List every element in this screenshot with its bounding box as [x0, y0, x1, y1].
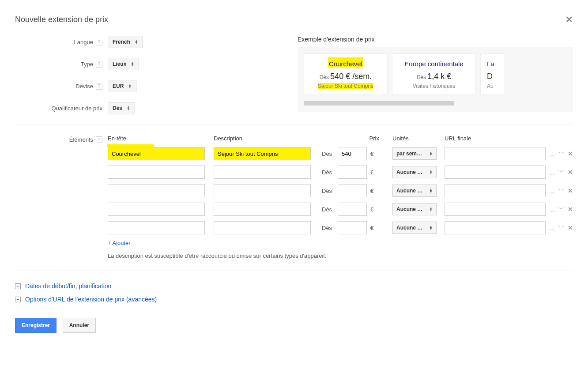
qualificateur-dropdown[interactable]: Dès: [108, 102, 135, 114]
updown-icon: [135, 40, 138, 44]
element-row: Dès€Aucune …: [15, 203, 573, 216]
description-input[interactable]: [214, 147, 311, 160]
updown-icon: [429, 226, 433, 230]
units-dropdown[interactable]: Aucune …: [392, 203, 437, 215]
type-dropdown[interactable]: Lieux: [108, 58, 139, 70]
help-icon[interactable]: ?: [96, 136, 102, 143]
price-qualifier: Dès: [322, 206, 334, 213]
updown-icon: [128, 84, 132, 88]
langue-value: French: [113, 39, 130, 45]
url-input[interactable]: [445, 203, 546, 216]
price-input[interactable]: [338, 184, 367, 197]
updown-icon: [127, 106, 130, 110]
units-value: par sem…: [396, 151, 422, 157]
units-dropdown[interactable]: Aucune …: [392, 184, 437, 197]
element-row: Dès€Aucune …: [15, 184, 573, 197]
delete-row-icon[interactable]: [568, 206, 573, 213]
element-row: Dès€Aucune …: [15, 166, 573, 179]
units-dropdown[interactable]: Aucune …: [392, 166, 437, 178]
units-value: Aucune …: [396, 169, 422, 175]
qualificateur-value: Dès: [113, 105, 122, 111]
currency-symbol: €: [370, 188, 373, 194]
move-down-icon[interactable]: [559, 206, 564, 213]
expander-dates[interactable]: Dates de début/fin, planification: [25, 282, 111, 290]
preview-card-header: Courchevel: [310, 60, 381, 68]
move-down-icon[interactable]: [559, 224, 564, 232]
price-input[interactable]: [338, 166, 367, 179]
move-down-icon[interactable]: [559, 187, 564, 195]
langue-dropdown[interactable]: French: [108, 36, 143, 48]
preview-card-price: Dès 540 € /sem.: [310, 72, 381, 81]
currency-symbol: €: [370, 225, 373, 231]
preview-scrollbar[interactable]: [304, 101, 454, 105]
delete-row-icon[interactable]: [568, 224, 573, 231]
updown-icon: [429, 188, 433, 193]
elements-hint: La description est susceptible d'être ra…: [108, 252, 573, 259]
help-icon[interactable]: ?: [96, 39, 102, 45]
save-button[interactable]: Enregistrer: [15, 318, 57, 333]
help-icon[interactable]: ?: [96, 61, 102, 68]
price-input[interactable]: [338, 221, 367, 234]
type-label: Type: [81, 61, 93, 68]
move-down-icon[interactable]: [559, 150, 564, 158]
header-input[interactable]: [108, 147, 205, 160]
units-value: Aucune …: [396, 188, 422, 194]
preview-card-price: D: [487, 72, 498, 81]
preview-card: LaDAu: [480, 53, 504, 95]
devise-dropdown[interactable]: EUR: [108, 80, 136, 92]
url-input[interactable]: [445, 166, 546, 179]
move-down-icon[interactable]: [559, 169, 564, 176]
move-up-icon[interactable]: [550, 169, 555, 176]
col-header-description: Description: [214, 135, 311, 142]
price-qualifier: Dès: [322, 188, 334, 194]
expander-url-options[interactable]: Options d'URL de l'extension de prix (av…: [25, 296, 157, 303]
header-input[interactable]: [108, 184, 205, 197]
description-input[interactable]: [214, 203, 311, 216]
preview-card-desc: Visites historiques: [399, 83, 469, 89]
header-input[interactable]: [108, 166, 205, 179]
currency-symbol: €: [370, 151, 373, 157]
delete-row-icon[interactable]: [568, 169, 573, 176]
langue-label: Langue: [74, 39, 93, 45]
delete-row-icon[interactable]: [568, 150, 573, 157]
units-value: Aucune …: [396, 206, 422, 212]
price-qualifier: Dès: [322, 151, 334, 157]
url-input[interactable]: [445, 221, 546, 234]
units-dropdown[interactable]: Aucune …: [392, 222, 437, 234]
help-icon[interactable]: ?: [96, 83, 102, 90]
move-up-icon[interactable]: [550, 206, 555, 213]
delete-row-icon[interactable]: [568, 187, 573, 194]
add-element-link[interactable]: + Ajouter: [108, 240, 131, 246]
element-row: Dès€Aucune …: [15, 221, 573, 234]
preview-box: CourchevelDès 540 € /sem.Séjour Ski tout…: [298, 47, 573, 112]
preview-card-header: La: [487, 60, 498, 68]
header-input[interactable]: [108, 221, 205, 234]
description-input[interactable]: [214, 166, 311, 179]
price-input[interactable]: [338, 147, 367, 160]
currency-symbol: €: [370, 169, 373, 176]
expand-plus-icon[interactable]: +: [15, 283, 21, 289]
col-header-prix: Prix: [322, 135, 379, 142]
expand-plus-icon[interactable]: +: [15, 297, 21, 302]
devise-value: EUR: [113, 83, 124, 89]
dialog-title: Nouvelle extension de prix: [15, 15, 108, 24]
close-icon[interactable]: ✕: [565, 15, 573, 24]
updown-icon: [429, 170, 433, 174]
move-up-icon[interactable]: [550, 150, 555, 158]
qualificateur-label: Qualificateur de prix: [51, 105, 102, 112]
description-input[interactable]: [214, 184, 311, 197]
url-input[interactable]: [445, 147, 546, 160]
cancel-button[interactable]: Annuler: [63, 318, 96, 333]
type-value: Lieux: [113, 61, 126, 67]
price-input[interactable]: [338, 203, 367, 216]
preview-card-header: Europe continentale: [399, 60, 469, 68]
col-header-header: En-tête: [108, 135, 205, 142]
units-value: Aucune …: [396, 225, 422, 231]
preview-card: CourchevelDès 540 € /sem.Séjour Ski tout…: [304, 53, 388, 95]
header-input[interactable]: [108, 203, 205, 216]
url-input[interactable]: [445, 184, 546, 197]
description-input[interactable]: [214, 221, 311, 234]
units-dropdown[interactable]: par sem…: [392, 147, 437, 160]
move-up-icon[interactable]: [550, 187, 555, 195]
move-up-icon[interactable]: [550, 224, 555, 232]
